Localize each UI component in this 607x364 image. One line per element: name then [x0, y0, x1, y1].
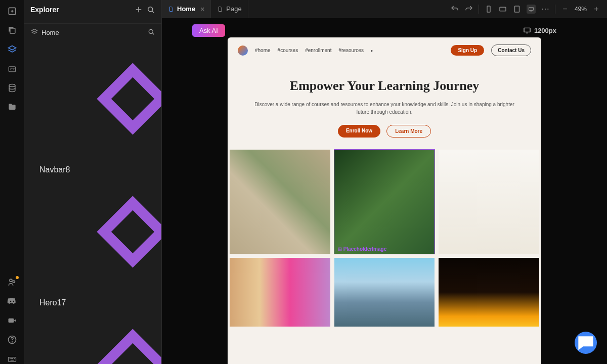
svg-point-16 [12, 358, 13, 359]
svg-marker-4 [8, 46, 16, 50]
chat-fab[interactable] [575, 332, 597, 354]
zoom-level: 49% [575, 6, 587, 13]
signup-button[interactable]: Sign Up [451, 45, 484, 56]
home-item[interactable]: Hero17 [24, 174, 161, 307]
nav-link[interactable]: #enrollment [305, 48, 331, 53]
svg-point-33 [149, 29, 153, 33]
search-icon[interactable] [147, 28, 155, 37]
mobile-icon[interactable] [484, 5, 493, 14]
svg-rect-35 [104, 70, 161, 128]
preview-navbar: #home#courses#enrollment#resources ▸ Sig… [228, 37, 541, 63]
add-page-icon[interactable] [134, 5, 143, 14]
page-preview[interactable]: #home#courses#enrollment#resources ▸ Sig… [228, 37, 541, 364]
zoom-out-icon[interactable]: − [560, 5, 570, 14]
close-icon[interactable]: × [200, 5, 204, 13]
svg-rect-48 [529, 7, 533, 10]
canvas[interactable]: Ask AI 1200px #home#courses#enrollment#r… [162, 18, 607, 364]
learn-more-button[interactable]: Learn More [386, 125, 431, 138]
tablet-icon[interactable] [512, 5, 522, 14]
svg-rect-37 [104, 336, 161, 364]
team-icon[interactable] [7, 277, 17, 287]
canvas-width-label: 1200px [523, 26, 556, 34]
svg-point-14 [10, 358, 10, 359]
css-icon[interactable]: CSS [7, 64, 17, 74]
image-card[interactable] [334, 258, 435, 327]
svg-rect-47 [514, 6, 519, 12]
nav-links: #home#courses#enrollment#resources [255, 48, 364, 53]
component-icon [39, 156, 161, 165]
keyboard-icon[interactable] [7, 354, 17, 364]
hero-subtitle: Discover a wide range of courses and res… [253, 101, 516, 116]
svg-line-22 [152, 11, 154, 13]
svg-point-17 [14, 358, 14, 359]
selection-label: PlaceholderImage [337, 246, 387, 252]
file-icon [168, 6, 174, 12]
help-icon[interactable] [7, 335, 17, 345]
left-rail: CSS [0, 0, 24, 364]
svg-rect-46 [500, 7, 506, 11]
svg-rect-10 [8, 318, 14, 323]
svg-point-9 [13, 281, 15, 283]
ask-ai-button[interactable]: Ask AI [192, 24, 225, 37]
undo-icon[interactable] [450, 5, 459, 14]
svg-marker-32 [32, 29, 37, 32]
add-icon[interactable] [7, 6, 17, 16]
duplicate-icon[interactable] [7, 25, 17, 35]
nav-link[interactable]: #courses [278, 48, 298, 53]
tab-bar: Home × Page ⋯ − 49% + [162, 0, 607, 18]
video-icon[interactable] [7, 315, 17, 326]
zoom-in-icon[interactable]: + [592, 5, 601, 14]
component-icon [39, 289, 161, 298]
svg-point-8 [10, 279, 12, 282]
svg-point-7 [9, 84, 15, 87]
tab-home[interactable]: Home × [162, 0, 211, 18]
image-card[interactable] [230, 150, 330, 254]
explorer-title: Explorer [30, 6, 131, 14]
database-icon[interactable] [7, 83, 17, 93]
svg-rect-36 [104, 203, 161, 261]
hero-title: Empower Your Learning Journey [253, 78, 516, 94]
logo-icon[interactable] [238, 46, 248, 56]
image-card[interactable] [230, 258, 330, 327]
home-item[interactable]: Features24 [24, 307, 161, 364]
image-card[interactable] [439, 150, 539, 254]
enroll-button[interactable]: Enroll Now [338, 125, 380, 138]
redo-icon[interactable] [464, 5, 473, 14]
home-section-header[interactable]: Home [24, 24, 161, 41]
svg-point-21 [148, 7, 153, 12]
svg-line-34 [152, 33, 154, 34]
svg-rect-50 [524, 28, 530, 32]
layers-small-icon [30, 28, 38, 37]
svg-rect-3 [10, 28, 15, 33]
discord-icon[interactable] [7, 296, 17, 306]
file-icon [217, 6, 223, 12]
svg-point-15 [11, 358, 11, 359]
image-card[interactable] [439, 258, 539, 327]
tab-page[interactable]: Page [211, 0, 248, 18]
svg-rect-45 [487, 6, 490, 12]
hero-section: Empower Your Learning Journey Discover a… [228, 63, 541, 150]
image-card-selected[interactable]: PlaceholderImage [334, 150, 435, 254]
more-icon[interactable]: ⋯ [541, 5, 550, 14]
desktop-icon[interactable] [527, 5, 536, 14]
svg-point-12 [12, 342, 12, 342]
chevron-right-icon: ▸ [371, 48, 373, 53]
contact-button[interactable]: Contact Us [491, 44, 531, 56]
search-icon[interactable] [146, 5, 155, 14]
explorer-panel: Explorer Page ▾ Components Contact10CTA2… [24, 0, 162, 364]
layers-icon[interactable] [7, 44, 17, 55]
svg-rect-13 [8, 357, 16, 361]
nav-link[interactable]: #resources [338, 48, 363, 53]
svg-text:CSS: CSS [10, 68, 16, 71]
home-item[interactable]: Navbar8 [24, 41, 161, 174]
tablet-landscape-icon[interactable] [498, 5, 507, 14]
folder-icon[interactable] [7, 102, 17, 112]
nav-link[interactable]: #home [255, 48, 271, 53]
